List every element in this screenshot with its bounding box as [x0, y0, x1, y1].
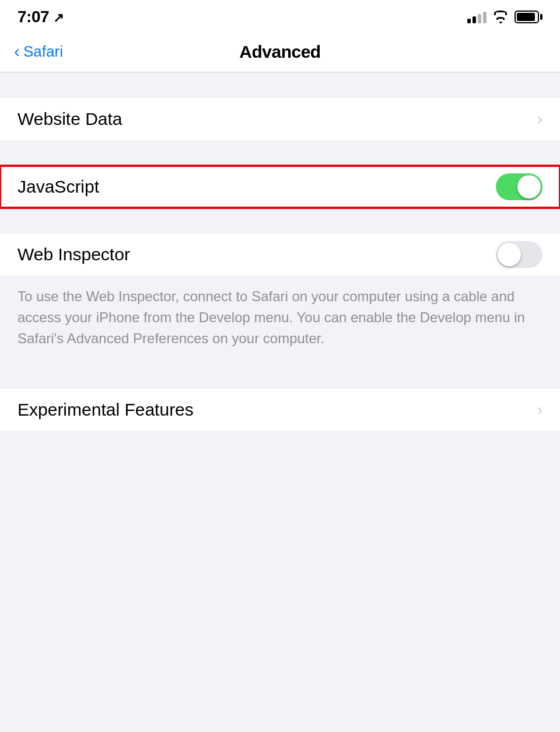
- javascript-toggle[interactable]: [496, 173, 542, 200]
- page-title: Advanced: [239, 42, 320, 62]
- experimental-features-row[interactable]: Experimental Features ›: [0, 389, 560, 431]
- status-time: 7:07 ↗: [18, 8, 64, 26]
- signal-icon: [467, 11, 487, 23]
- experimental-features-label: Experimental Features: [18, 400, 194, 420]
- time-display: 7:07: [18, 8, 49, 26]
- location-arrow-icon: ↗: [53, 11, 64, 25]
- back-chevron-icon: ‹: [14, 43, 20, 60]
- website-data-group: Website Data ›: [0, 98, 560, 140]
- experimental-features-group: Experimental Features ›: [0, 389, 560, 431]
- website-data-row[interactable]: Website Data ›: [0, 98, 560, 140]
- website-data-label: Website Data: [18, 109, 123, 129]
- top-spacer: [0, 72, 560, 98]
- experimental-features-chevron-icon: ›: [537, 400, 542, 419]
- back-label: Safari: [23, 43, 63, 61]
- nav-bar: ‹ Safari Advanced: [0, 32, 560, 72]
- web-inspector-description: To use the Web Inspector, connect to Saf…: [0, 276, 560, 363]
- web-inspector-group: Web Inspector: [0, 233, 560, 276]
- web-inspector-toggle-knob: [498, 243, 521, 266]
- status-bar: 7:07 ↗: [0, 0, 560, 32]
- web-inspector-toggle[interactable]: [496, 241, 542, 268]
- web-inspector-label: Web Inspector: [18, 245, 130, 264]
- website-data-chevron-icon: ›: [537, 110, 542, 128]
- wifi-icon: [492, 11, 509, 23]
- spacer-1: [0, 140, 560, 166]
- javascript-group: JavaScript: [0, 166, 560, 208]
- toggle-knob: [517, 175, 541, 198]
- status-icons: [467, 11, 542, 23]
- web-inspector-row[interactable]: Web Inspector: [0, 233, 560, 276]
- back-button[interactable]: ‹ Safari: [14, 43, 63, 61]
- javascript-label: JavaScript: [18, 177, 99, 197]
- spacer-3: [0, 363, 560, 389]
- battery-icon: [514, 11, 542, 23]
- spacer-2: [0, 208, 560, 233]
- javascript-row[interactable]: JavaScript: [0, 166, 560, 208]
